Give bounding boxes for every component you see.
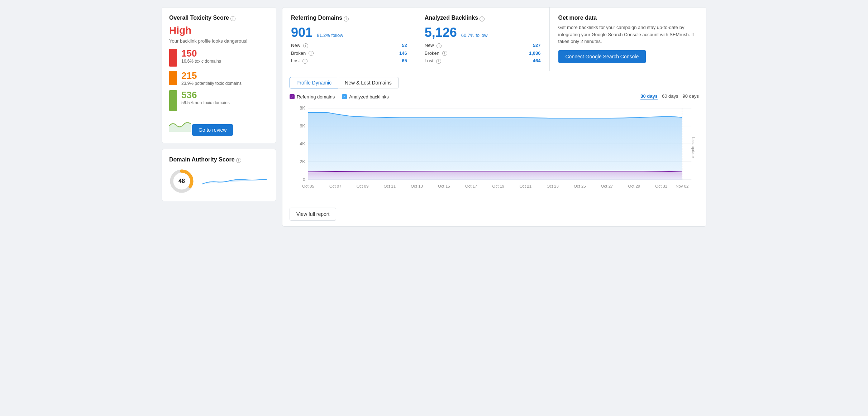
nontoxic-bar <box>169 90 177 111</box>
score-row-potential: 215 23.9% potentially toxic domains <box>169 71 269 86</box>
toxicity-info-icon[interactable]: i <box>230 16 235 21</box>
svg-text:Oct 25: Oct 25 <box>574 184 586 188</box>
toxic-label: 16.6% toxic domains <box>181 59 221 64</box>
view-full-report-button[interactable]: View full report <box>290 208 336 221</box>
left-panel: Overall Toxicity Score i High Your backl… <box>162 7 276 227</box>
svg-text:Oct 17: Oct 17 <box>465 184 477 188</box>
svg-text:Oct 13: Oct 13 <box>411 184 423 188</box>
chart-wrapper: 8K 6K 4K 2K 0 <box>290 105 699 205</box>
new-info-icon[interactable]: i <box>303 43 308 48</box>
svg-text:Oct 15: Oct 15 <box>438 184 450 188</box>
tab-profile-dynamic[interactable]: Profile Dynamic <box>290 77 338 88</box>
da-row: 48 <box>169 169 269 194</box>
days-60[interactable]: 60 days <box>662 93 678 100</box>
analyzed-backlinks-section: Analyzed Backlinks i 5,126 60.7% follow … <box>416 8 550 71</box>
analyzed-backlinks-follow: 60.7% follow <box>461 33 488 38</box>
toxic-num: 150 <box>181 49 221 58</box>
broken-info-icon[interactable]: i <box>309 51 314 56</box>
main-container: Overall Toxicity Score i High Your backl… <box>162 7 706 227</box>
get-more-description: Get more backlinks for your campaign and… <box>558 24 698 45</box>
nontoxic-label: 59.5% non-toxic domains <box>181 100 230 105</box>
ab-broken-info-icon[interactable]: i <box>442 51 447 56</box>
toxic-score-info: 150 16.6% toxic domains <box>181 49 221 64</box>
analyzed-new-val: 527 <box>533 43 541 48</box>
potential-num: 215 <box>181 71 242 80</box>
days-90[interactable]: 90 days <box>682 93 699 100</box>
toxicity-title: Overall Toxicity Score <box>169 15 229 21</box>
analyzed-new-row: New i 527 <box>425 43 541 48</box>
toxicity-card: Overall Toxicity Score i High Your backl… <box>162 7 276 143</box>
get-more-title: Get more data <box>558 15 698 21</box>
potential-bar <box>169 71 177 85</box>
domain-authority-card: Domain Authority Score i 48 <box>162 149 276 201</box>
referring-domains-checkbox[interactable]: ✓ <box>290 94 295 99</box>
legend-and-days: ✓ Referring domains ✓ Analyzed backlinks… <box>290 93 699 100</box>
svg-text:Oct 19: Oct 19 <box>492 184 505 188</box>
legend-analyzed-backlinks: ✓ Analyzed backlinks <box>342 94 389 100</box>
wave-decoration <box>169 119 191 132</box>
referring-domains-legend-label: Referring domains <box>297 94 335 100</box>
right-panel: Referring Domains i 901 81.2% follow New… <box>282 7 706 227</box>
da-title: Domain Authority Score <box>169 156 235 163</box>
days-selector: 30 days 60 days 90 days <box>640 93 699 100</box>
analyzed-lost-row: Lost i 464 <box>425 58 541 64</box>
svg-text:Oct 27: Oct 27 <box>601 184 613 188</box>
analyzed-backlinks-title: Analyzed Backlinks <box>425 15 478 21</box>
nontoxic-num: 536 <box>181 90 230 100</box>
score-row-toxic: 150 16.6% toxic domains <box>169 49 269 67</box>
referring-lost-val: 65 <box>402 58 407 63</box>
connect-google-search-console-button[interactable]: Connect Google Search Console <box>558 50 646 63</box>
da-trend-chart <box>200 174 269 188</box>
potential-label: 23.9% potentially toxic domains <box>181 81 242 86</box>
chart-tabs: Profile Dynamic New & Lost Domains <box>290 77 699 88</box>
get-more-data-section: Get more data Get more backlinks for you… <box>550 8 706 71</box>
referring-domains-rows: New i 52 Broken i 146 Lost i 65 <box>291 43 407 64</box>
svg-text:8K: 8K <box>300 106 305 111</box>
top-metrics: Referring Domains i 901 81.2% follow New… <box>282 8 706 71</box>
svg-text:6K: 6K <box>300 124 305 129</box>
chart-svg: 8K 6K 4K 2K 0 <box>290 105 699 205</box>
analyzed-broken-row: Broken i 1,036 <box>425 50 541 56</box>
svg-text:Oct 05: Oct 05 <box>302 184 314 188</box>
analyzed-broken-val: 1,036 <box>529 50 541 56</box>
analyzed-backlinks-checkbox[interactable]: ✓ <box>342 94 347 99</box>
toxic-bar <box>169 49 177 67</box>
svg-text:Oct 07: Oct 07 <box>329 184 342 188</box>
svg-text:Oct 31: Oct 31 <box>655 184 667 188</box>
chart-area: Profile Dynamic New & Lost Domains ✓ Ref… <box>282 71 706 226</box>
svg-text:Oct 23: Oct 23 <box>547 184 559 188</box>
svg-text:Nov 02: Nov 02 <box>676 184 688 188</box>
referring-new-val: 52 <box>402 43 407 48</box>
referring-lost-row: Lost i 65 <box>291 58 407 64</box>
lost-info-icon[interactable]: i <box>302 59 307 64</box>
svg-text:4K: 4K <box>300 141 305 146</box>
ab-new-info-icon[interactable]: i <box>437 43 442 48</box>
score-bars: 150 16.6% toxic domains 215 23.9% potent… <box>169 49 269 111</box>
svg-text:Oct 29: Oct 29 <box>628 184 640 188</box>
svg-text:Oct 09: Oct 09 <box>357 184 369 188</box>
nontoxic-score-info: 536 59.5% non-toxic domains <box>181 90 230 105</box>
svg-text:0: 0 <box>303 177 305 182</box>
days-30[interactable]: 30 days <box>640 93 658 100</box>
toxicity-description: Your backlink profile looks dangerous! <box>169 38 269 44</box>
referring-domains-title: Referring Domains <box>291 15 342 21</box>
analyzed-backlinks-legend-label: Analyzed backlinks <box>349 94 389 100</box>
analyzed-backlinks-rows: New i 527 Broken i 1,036 Lost i 464 <box>425 43 541 64</box>
analyzed-backlinks-info-icon[interactable]: i <box>480 16 485 21</box>
legend-items: ✓ Referring domains ✓ Analyzed backlinks <box>290 94 389 100</box>
referring-new-row: New i 52 <box>291 43 407 48</box>
svg-text:Last update: Last update <box>691 137 696 158</box>
referring-domains-info-icon[interactable]: i <box>344 16 349 21</box>
da-info-icon[interactable]: i <box>236 158 241 163</box>
tab-new-lost-domains[interactable]: New & Lost Domains <box>338 77 399 88</box>
svg-text:Oct 11: Oct 11 <box>383 184 396 188</box>
referring-domains-follow: 81.2% follow <box>317 33 343 38</box>
referring-domains-num: 901 <box>291 26 313 39</box>
svg-text:Oct 21: Oct 21 <box>519 184 531 188</box>
referring-domains-section: Referring Domains i 901 81.2% follow New… <box>282 8 416 71</box>
go-review-button[interactable]: Go to review <box>192 124 233 136</box>
analyzed-lost-val: 464 <box>533 58 541 63</box>
svg-text:2K: 2K <box>300 159 305 164</box>
referring-broken-val: 146 <box>399 50 407 56</box>
ab-lost-info-icon[interactable]: i <box>436 59 441 64</box>
